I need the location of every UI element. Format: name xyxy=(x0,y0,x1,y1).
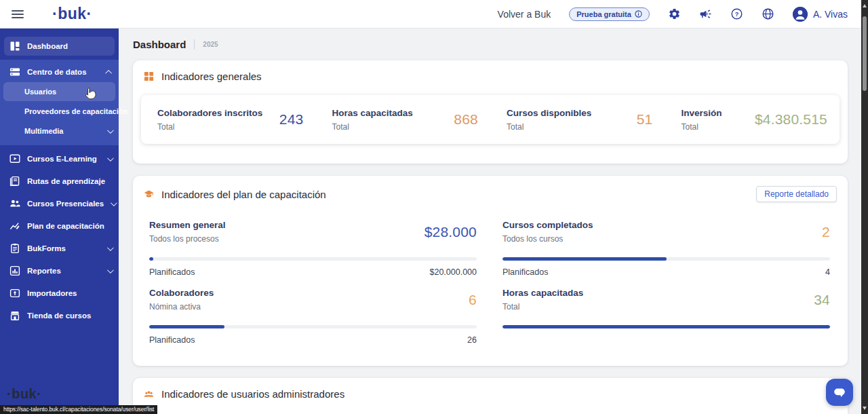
avatar xyxy=(793,7,808,22)
admin-users-icon xyxy=(144,389,154,399)
planned-value: 26 xyxy=(467,335,477,345)
sidebar-item-reportes[interactable]: Reportes xyxy=(0,261,119,280)
metric-value: 243 xyxy=(279,111,304,128)
reporte-detallado-button[interactable]: Reporte detallado xyxy=(756,186,837,202)
page-title: Dashboard xyxy=(133,39,186,50)
sidebar-item-cursos-elearning[interactable]: Cursos E-Learning xyxy=(0,149,119,168)
scrollbar-down-arrow[interactable] xyxy=(863,407,867,410)
trial-badge[interactable]: Prueba gratuita xyxy=(569,7,650,21)
progress-fill xyxy=(149,257,153,261)
buk-logo: ·buk· xyxy=(52,5,92,23)
card-title: Indicadores generales xyxy=(161,71,262,82)
sidebar-item-cursos-presenciales[interactable]: Cursos Presenciales xyxy=(0,194,119,213)
metric-value: $28.000 xyxy=(425,224,477,240)
chevron-down-icon xyxy=(111,200,117,206)
status-url-tooltip: https://sac-talento.buk.cl/capacitacione… xyxy=(0,405,157,414)
metric-colaboradores-inscritos: Colaboradores inscritos Total 243 xyxy=(141,95,316,144)
metric-label: Resumen general xyxy=(149,220,226,230)
help-icon[interactable]: ? xyxy=(730,7,743,20)
metric-sublabel: Total xyxy=(502,302,583,312)
reports-icon xyxy=(9,265,20,276)
chevron-up-icon xyxy=(105,69,112,76)
user-name: A. Vivas xyxy=(813,9,848,20)
card-header: Indicadores del plan de capacitación Rep… xyxy=(133,176,848,202)
sidebar-item-label: Proveedores de capacitación xyxy=(24,107,127,115)
announcements-megaphone-icon[interactable] xyxy=(699,7,712,20)
sidebar-item-multimedia[interactable]: Multimedia xyxy=(0,121,119,140)
sidebar-item-bukforms[interactable]: BukForms xyxy=(0,239,119,258)
metric-sublabel: Total xyxy=(332,122,413,132)
plan-metric-horas-capacitadas: Horas capacitadas Total 34 xyxy=(502,288,830,345)
metric-label: Cursos completados xyxy=(502,220,593,230)
sidebar-item-rutas-de-aprendizaje[interactable]: Rutas de aprendizaje xyxy=(0,172,119,191)
sidebar-item-plan-de-capacitacion[interactable]: Plan de capacitación xyxy=(0,217,119,236)
graduation-cap-icon xyxy=(144,189,154,200)
card-header: Indicadores generales xyxy=(133,60,848,82)
progress-fill xyxy=(149,325,224,328)
period-label: 2025 xyxy=(203,41,218,48)
chat-launcher-button[interactable] xyxy=(826,379,853,406)
metric-inversion: Inversión Total $4.380.515 xyxy=(665,95,840,144)
sidebar-item-usuarios[interactable]: Usuarios xyxy=(3,82,115,101)
sidebar-item-label: Plan de capacitación xyxy=(27,222,104,230)
sidebar-item-label: Reportes xyxy=(27,267,61,275)
planned-label: Planificados xyxy=(149,267,195,277)
language-globe-icon[interactable] xyxy=(762,7,774,20)
hamburger-menu-icon[interactable] xyxy=(12,10,24,18)
sidebar-item-proveedores-de-capacitacion[interactable]: Proveedores de capacitación xyxy=(0,102,119,121)
scrollbar-thumb[interactable] xyxy=(863,16,867,91)
learning-path-icon xyxy=(9,176,20,187)
sidebar-item-label: Importadores xyxy=(27,289,77,297)
sidebar-item-importadores[interactable]: Importadores xyxy=(0,284,119,303)
chevron-down-icon xyxy=(107,155,114,162)
plan-metric-cursos-completados: Cursos completados Todos los cursos 2 Pl… xyxy=(502,220,830,277)
metric-sublabel: Total xyxy=(157,122,262,132)
metric-sublabel: Nómina activa xyxy=(149,302,214,312)
card-header: Indicadores de usuarios administradores xyxy=(133,378,848,400)
sidebar-item-label: Centro de datos xyxy=(27,68,87,76)
plan-metric-resumen-general: Resumen general Todos los procesos $28.0… xyxy=(149,220,477,277)
general-metrics-panel: Colaboradores inscritos Total 243 Horas … xyxy=(141,95,840,144)
chevron-down-icon xyxy=(107,127,114,134)
sidebar: Dashboard Centro de datos Usuarios Prove… xyxy=(0,29,119,414)
card-title: Indicadores del plan de capacitación xyxy=(161,189,326,200)
sidebar-item-label: Usuarios xyxy=(24,88,56,96)
card-indicadores-generales: Indicadores generales Colaboradores insc… xyxy=(133,60,848,164)
info-icon xyxy=(635,10,642,18)
user-menu[interactable]: A. Vivas xyxy=(793,7,848,22)
progress-bar xyxy=(502,257,830,261)
metric-sublabel: Todos los procesos xyxy=(149,234,226,244)
trial-badge-label: Prueba gratuita xyxy=(576,10,631,18)
volver-a-buk-link[interactable]: Volver a Buk xyxy=(498,9,551,20)
person-icon xyxy=(793,7,808,22)
plan-metric-colaboradores: Colaboradores Nómina activa 6 Planificad… xyxy=(149,288,477,345)
planned-label: Planificados xyxy=(149,335,195,345)
sidebar-item-tienda-de-cursos[interactable]: Tienda de cursos xyxy=(0,306,119,325)
topbar-actions: Volver a Buk Prueba gratuita ? A. Vivas xyxy=(498,7,868,22)
metric-value: 6 xyxy=(469,292,477,308)
sidebar-item-label: Cursos E-Learning xyxy=(27,155,97,163)
main-content: Dashboard 2025 Indicadores generales Col… xyxy=(119,29,861,414)
progress-fill xyxy=(502,325,830,328)
sidebar-item-centro-de-datos[interactable]: Centro de datos xyxy=(0,62,119,81)
breadcrumb-divider xyxy=(194,39,195,50)
page-scrollbar[interactable] xyxy=(861,0,868,414)
metric-value: 51 xyxy=(637,111,653,128)
sidebar-item-dashboard[interactable]: Dashboard xyxy=(4,37,115,56)
settings-gear-icon[interactable] xyxy=(668,7,681,20)
card-indicadores-plan-capacitacion: Indicadores del plan de capacitación Rep… xyxy=(133,176,848,366)
progress-fill xyxy=(502,257,667,261)
grid-icon xyxy=(144,71,154,81)
in-person-icon xyxy=(9,198,20,209)
metric-label: Horas capacitadas xyxy=(502,288,583,298)
metric-label: Inversión xyxy=(682,108,722,118)
metric-label: Colaboradores xyxy=(149,288,214,298)
planned-label: Planificados xyxy=(502,267,548,277)
buk-footer-logo: ·buk· xyxy=(7,386,41,402)
metric-label: Horas capacitadas xyxy=(332,108,413,118)
elearning-icon xyxy=(9,153,20,164)
scrollbar-up-arrow[interactable] xyxy=(863,4,867,7)
topbar: ·buk· Volver a Buk Prueba gratuita ? A. … xyxy=(0,0,868,29)
metric-sublabel: Total xyxy=(682,122,722,132)
metric-value: 34 xyxy=(814,292,830,308)
